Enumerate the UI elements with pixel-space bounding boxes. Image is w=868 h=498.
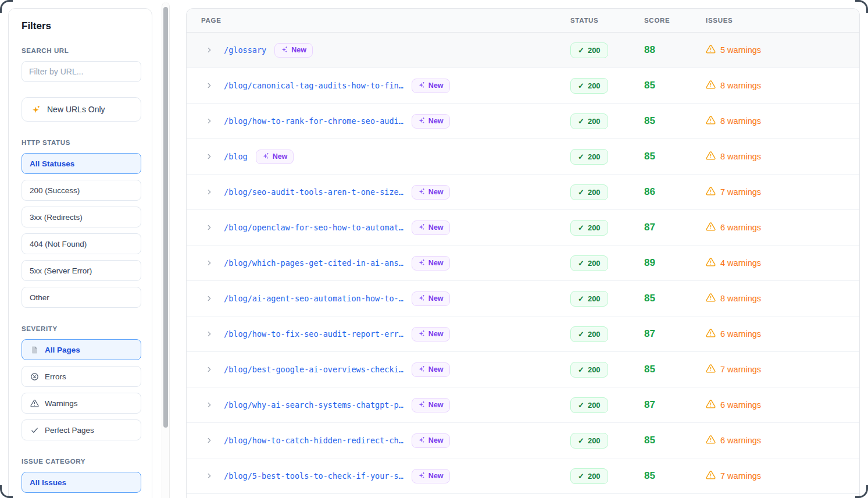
- filter-option-warnings[interactable]: Warnings: [22, 393, 141, 414]
- status-badge: ✓ 200: [570, 184, 608, 200]
- new-badge: New: [256, 150, 294, 164]
- page-url-link[interactable]: /blog/which-pages-get-cited-in-ai-ans…: [224, 258, 403, 268]
- chevron-right-icon[interactable]: [205, 188, 213, 196]
- score-value: 86: [644, 186, 655, 197]
- issues-label: 7 warnings: [720, 187, 761, 197]
- chevron-right-icon[interactable]: [205, 152, 213, 161]
- page-url-link[interactable]: /glossary: [224, 45, 266, 55]
- issues-cell: 6 warnings: [706, 399, 859, 411]
- check-icon: [30, 425, 39, 435]
- chevron-right-icon[interactable]: [205, 81, 213, 90]
- sparkles-icon: [31, 105, 41, 114]
- issues-cell: 6 warnings: [706, 222, 859, 234]
- filter-option-label: 5xx (Server Error): [30, 266, 92, 275]
- page-url-link[interactable]: /blog/canonical-tag-audits-how-to-fin…: [224, 81, 403, 90]
- table-row[interactable]: /blog/ai-agent-seo-automation-how-to-… N…: [187, 281, 859, 316]
- search-url-input[interactable]: [22, 61, 141, 82]
- chevron-right-icon[interactable]: [205, 365, 213, 374]
- page-url-link[interactable]: /blog: [224, 152, 248, 161]
- filter-option-200-success-[interactable]: 200 (Success): [22, 180, 141, 201]
- page-url-link[interactable]: /blog/how-to-fix-seo-audit-report-err…: [224, 329, 403, 339]
- filter-option-all-statuses[interactable]: All Statuses: [22, 153, 141, 174]
- status-cell: ✓ 200: [570, 78, 644, 94]
- filter-option-all-issues[interactable]: All Issues: [22, 472, 141, 493]
- table-row[interactable]: /blog/seo-audit-tools-aren-t-one-size… N…: [187, 175, 859, 210]
- sparkles-icon: [418, 81, 425, 90]
- issues-value: 8 warnings: [706, 151, 761, 162]
- new-badge: New: [412, 185, 450, 200]
- filter-option-errors[interactable]: Errors: [22, 366, 141, 387]
- chevron-right-icon[interactable]: [205, 330, 213, 338]
- status-badge: ✓ 200: [570, 326, 608, 342]
- filter-option-5xx-server-error-[interactable]: 5xx (Server Error): [22, 260, 141, 281]
- new-urls-only-button[interactable]: New URLs Only: [22, 97, 141, 122]
- sparkles-icon: [418, 365, 425, 374]
- issues-value: 7 warnings: [706, 364, 761, 375]
- page-url-link[interactable]: /blog/ai-agent-seo-automation-how-to-…: [224, 294, 403, 303]
- page-cell: /blog/how-to-fix-seo-audit-report-err… N…: [187, 327, 570, 342]
- chevron-right-icon[interactable]: [205, 294, 213, 303]
- status-code: 200: [588, 259, 601, 268]
- table-row[interactable]: /blog/which-pages-get-cited-in-ai-ans… N…: [187, 246, 859, 281]
- table-row[interactable]: /blog/how-to-fix-seo-audit-report-err… N…: [187, 316, 859, 352]
- page-url-link[interactable]: /blog/openclaw-for-seo-how-to-automat…: [224, 223, 403, 232]
- new-badge: New: [412, 433, 450, 448]
- issues-cell: 4 warnings: [706, 257, 859, 269]
- check-icon: ✓: [578, 401, 584, 410]
- table-row[interactable]: /blog/how-to-catch-hidden-redirect-ch… N…: [187, 423, 859, 458]
- page-url-link[interactable]: /blog/how-to-catch-hidden-redirect-ch…: [224, 436, 403, 445]
- score-cell: 85: [644, 80, 706, 91]
- chevron-right-icon[interactable]: [205, 472, 213, 480]
- filter-option-label: Warnings: [45, 399, 78, 408]
- page-url-link[interactable]: /blog/best-google-ai-overviews-checki…: [224, 365, 403, 374]
- filters-title: Filters: [22, 20, 141, 32]
- table-row[interactable]: /blog/openclaw-for-seo-how-to-automat… N…: [187, 210, 859, 246]
- sidebar-scrollbar[interactable]: [162, 2, 170, 498]
- sparkles-icon: [418, 117, 425, 126]
- warning-triangle-icon: [706, 80, 716, 91]
- filter-option-all-pages[interactable]: All Pages: [22, 339, 141, 360]
- page-url-link[interactable]: /blog/seo-audit-tools-aren-t-one-size…: [224, 187, 403, 197]
- issues-cell: 7 warnings: [706, 470, 859, 482]
- table-row[interactable]: /blog/5-best-tools-to-check-if-your-s… N…: [187, 458, 859, 494]
- chevron-right-icon[interactable]: [205, 223, 213, 232]
- new-badge: New: [412, 114, 450, 129]
- table-row[interactable]: /glossary New ✓ 200 88 5 warnings: [187, 33, 859, 68]
- table-row[interactable]: /blog/why-ai-search-systems-chatgpt-p… N…: [187, 387, 859, 423]
- chevron-right-icon[interactable]: [205, 436, 213, 444]
- status-badge: ✓ 200: [570, 149, 608, 165]
- sidebar-scrollbar-thumb[interactable]: [163, 7, 168, 428]
- page-cell: /blog/which-pages-get-cited-in-ai-ans… N…: [187, 256, 570, 271]
- filter-option-other[interactable]: Other: [22, 287, 141, 308]
- page-cell: /blog/ai-agent-seo-automation-how-to-… N…: [187, 291, 570, 306]
- score-value: 87: [644, 399, 655, 410]
- issues-cell: 8 warnings: [706, 115, 859, 127]
- table-row[interactable]: /blog/how-to-rank-for-chrome-seo-audi… N…: [187, 104, 859, 139]
- table-row[interactable]: /blog New ✓ 200 85 8 warnings: [187, 139, 859, 175]
- page-url-link[interactable]: /blog/why-ai-search-systems-chatgpt-p…: [224, 400, 403, 410]
- filter-option-perfect-pages[interactable]: Perfect Pages: [22, 419, 141, 440]
- table-row[interactable]: /blog/best-google-ai-overviews-checki… N…: [187, 352, 859, 387]
- page-cell: /blog/5-best-tools-to-check-if-your-s… N…: [187, 469, 570, 483]
- filters-panel: Filters SEARCH URL New URLs Only HTTP ST…: [8, 8, 152, 498]
- status-cell: ✓ 200: [570, 113, 644, 129]
- chevron-right-icon[interactable]: [205, 46, 213, 54]
- issues-cell: 5 warnings: [706, 44, 859, 56]
- filter-option-3xx-redirects-[interactable]: 3xx (Redirects): [22, 207, 141, 227]
- new-badge-label: New: [428, 436, 444, 444]
- score-value: 87: [644, 328, 655, 339]
- chevron-right-icon[interactable]: [205, 117, 213, 125]
- check-icon: ✓: [578, 330, 584, 339]
- table-row[interactable]: /blog/canonical-tag-audits-how-to-fin… N…: [187, 68, 859, 104]
- chevron-right-icon[interactable]: [205, 401, 213, 409]
- chevron-right-icon[interactable]: [205, 259, 213, 267]
- filter-option-404-not-found-[interactable]: 404 (Not Found): [22, 233, 141, 254]
- issues-value: 8 warnings: [706, 293, 761, 304]
- status-cell: ✓ 200: [570, 468, 644, 484]
- issues-value: 6 warnings: [706, 328, 761, 340]
- new-badge: New: [412, 79, 450, 93]
- page-url-link[interactable]: /blog/how-to-rank-for-chrome-seo-audi…: [224, 116, 403, 126]
- page-url-link[interactable]: /blog/5-best-tools-to-check-if-your-s…: [224, 471, 403, 481]
- status-badge: ✓ 200: [570, 220, 608, 236]
- check-icon: ✓: [578, 259, 584, 268]
